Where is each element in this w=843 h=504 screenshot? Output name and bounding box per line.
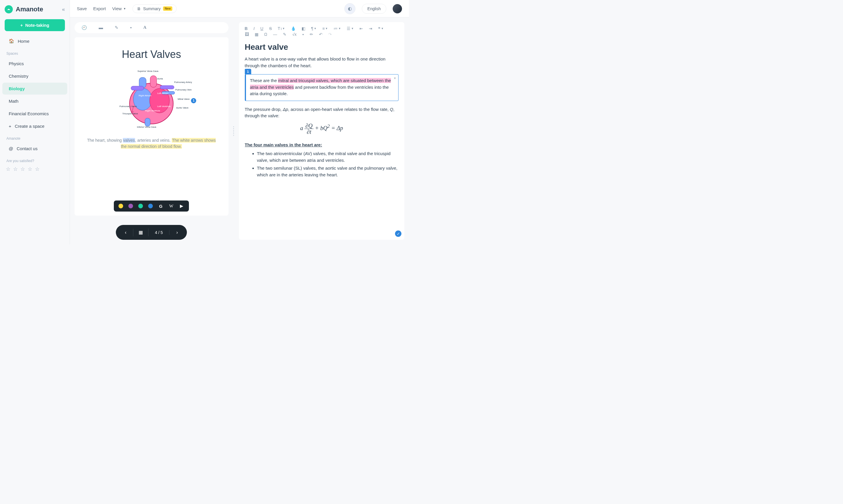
confirm-button[interactable]: ✓ (395, 231, 401, 237)
clock-icon[interactable]: 🕘 (82, 25, 87, 30)
amanote-section-label: Amanote (0, 132, 70, 142)
contact-us-link[interactable]: @ Contact us (2, 143, 67, 155)
satisfied-label: Are you satisfied? (0, 155, 70, 165)
indent-icon[interactable]: ⇥ (369, 26, 372, 31)
editor-body[interactable]: Heart valve A heart valve is a one-way v… (245, 40, 399, 235)
collapse-sidebar-icon[interactable]: « (62, 6, 65, 13)
create-space-label: Create a space (15, 124, 44, 129)
heart-diagram: Superior Vena Cava Aorta Pulmonary Arter… (111, 69, 192, 130)
diagram-label: Pulmonary Valve (119, 105, 137, 108)
editor-paragraph: A heart valve is a one-way valve that al… (245, 56, 399, 69)
language-selector[interactable]: English (362, 4, 386, 14)
slide-annotation-marker[interactable]: 1 (191, 98, 196, 103)
user-avatar[interactable] (393, 4, 402, 13)
next-slide-button[interactable]: › (169, 229, 184, 236)
sidebar-space-math[interactable]: Math (2, 95, 67, 107)
editor-list: The two atrioventricular (AV) valves, th… (257, 150, 399, 178)
list-item: The two atrioventricular (AV) valves, th… (257, 150, 399, 164)
italic-icon[interactable]: I (253, 26, 255, 31)
edit-icon[interactable]: ✏ (310, 32, 313, 37)
editor-toolbar: B I U S TI▼ 💧 ◧ ¶▼ ≡▼ ≔▼ ☰▼ ⇤ ⇥ ❝▼ (245, 25, 399, 40)
google-search-icon[interactable]: G (158, 204, 163, 209)
rating-stars[interactable]: ☆ ☆ ☆ ☆ ☆ (0, 165, 70, 174)
contact-label: Contact us (17, 146, 38, 151)
strikethrough-icon[interactable]: S (269, 26, 272, 31)
formula-icon[interactable]: √x (292, 32, 297, 37)
export-button[interactable]: Export (93, 6, 106, 11)
annotation-note: 1 × These are the mitral and tricuspid v… (245, 74, 399, 101)
home-label: Home (18, 39, 30, 44)
highlight-purple-button[interactable] (128, 204, 133, 208)
save-button[interactable]: Save (77, 6, 87, 11)
editor-pane: B I U S TI▼ 💧 ◧ ¶▼ ≡▼ ≔▼ ☰▼ ⇤ ⇥ ❝▼ (239, 22, 405, 240)
highlight-green-button[interactable] (138, 204, 143, 208)
omega-icon[interactable]: Ω (264, 32, 267, 37)
new-badge: New (163, 6, 173, 11)
svg-rect-6 (160, 86, 174, 89)
sidebar-space-physics[interactable]: Physics (2, 58, 67, 70)
diagram-label: Superior Vena Cava (138, 70, 158, 72)
summary-label: Summary (143, 6, 161, 11)
diagram-label: Aorta (157, 77, 163, 80)
redo-icon[interactable]: ↷ (328, 32, 332, 37)
underline-icon[interactable]: U (261, 26, 264, 31)
undo-icon[interactable]: ↶ (319, 32, 323, 37)
diagram-label: Right Ventricle (145, 109, 160, 112)
view-dropdown[interactable]: View ▼ (112, 6, 126, 11)
svg-rect-4 (150, 76, 157, 87)
summary-button[interactable]: 🗎 Summary New (132, 4, 177, 13)
diagram-label: Left Ventricle (157, 105, 171, 108)
plus-icon: + (9, 124, 11, 129)
create-space-button[interactable]: + Create a space (2, 120, 67, 132)
unordered-list-dropdown[interactable]: ☰▼ (347, 26, 354, 31)
text-size-dropdown[interactable]: TI▼ (278, 26, 285, 31)
highlight-yellow-button[interactable] (119, 204, 123, 208)
text-icon[interactable]: A (143, 25, 146, 30)
editor-paragraph: The pressure drop, Δp, across an open-he… (245, 106, 399, 119)
sidebar-space-chemistry[interactable]: Chemistry (2, 70, 67, 82)
theme-toggle-button[interactable]: ◐ (344, 3, 355, 14)
prev-slide-button[interactable]: ‹ (118, 229, 133, 236)
presentation-icon[interactable]: ▬ (99, 25, 103, 30)
diagram-label: Tricuspid Valve (122, 112, 138, 115)
wikipedia-icon[interactable]: W (168, 204, 174, 209)
youtube-icon[interactable]: ▶ (179, 203, 184, 209)
outdent-icon[interactable]: ⇤ (359, 26, 363, 31)
slide-caption: The heart, showing valves, arteries and … (86, 137, 217, 149)
quote-dropdown[interactable]: ❝▼ (378, 26, 384, 31)
note-taking-label: Note-taking (25, 23, 50, 28)
note-icon[interactable]: ▪ (130, 25, 131, 30)
ink-drop-icon[interactable]: 💧 (291, 26, 296, 31)
equation: a ∂Q∂t + bQ2 = Δp (245, 123, 399, 135)
highlight-blue-button[interactable] (148, 204, 153, 208)
diagram-label: Pulmonary Vein (175, 88, 192, 91)
bold-icon[interactable]: B (245, 26, 248, 31)
sidebar-space-financial-economics[interactable]: Financial Economics (2, 108, 67, 120)
slide-card: Heart Valves (74, 37, 229, 216)
code-block-icon[interactable]: ▪ (302, 32, 304, 37)
diagram-label: Aortic Valve (176, 107, 189, 109)
diagram-label: Inferior Vena Cava (137, 126, 156, 128)
highlighter-icon[interactable]: ✎ (283, 32, 286, 37)
pane-splitter[interactable] (233, 22, 235, 240)
pencil-icon[interactable]: ✎ (115, 25, 119, 30)
diagram-label: Pulmonary Artery (174, 81, 192, 84)
diagram-label: Mitral Valve (178, 98, 190, 101)
brand-name: Amanote (16, 5, 59, 13)
sidebar-home[interactable]: 🏠 Home (2, 35, 67, 47)
image-icon[interactable]: 🖼 (245, 32, 249, 37)
ordered-list-dropdown[interactable]: ≔▼ (334, 26, 341, 31)
align-dropdown[interactable]: ≡▼ (322, 26, 328, 31)
grid-view-button[interactable]: ▦ (133, 229, 148, 236)
list-item: The two semilunar (SL) valves, the aorti… (257, 165, 399, 178)
horizontal-rule-icon[interactable]: — (273, 32, 277, 37)
diagram-label: Right Atrium (139, 94, 151, 97)
note-taking-button[interactable]: + Note-taking (5, 19, 65, 31)
at-icon: @ (9, 146, 13, 151)
highlight-blue: valves (123, 138, 135, 143)
sidebar-space-biology[interactable]: Biology (2, 83, 67, 94)
table-icon[interactable]: ▦ (255, 32, 258, 37)
eraser-icon[interactable]: ◧ (302, 26, 305, 31)
paragraph-dropdown[interactable]: ¶▼ (311, 26, 317, 31)
close-note-icon[interactable]: × (394, 76, 396, 81)
